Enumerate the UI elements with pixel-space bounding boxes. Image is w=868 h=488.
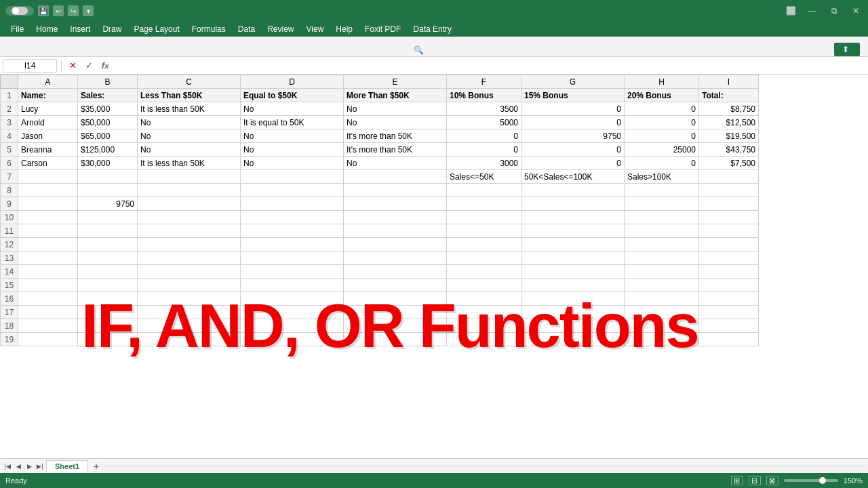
cell-6B[interactable]: $30,000 xyxy=(78,157,138,170)
cell-1A[interactable]: Name: xyxy=(18,89,78,102)
cell-8B[interactable] xyxy=(78,184,138,197)
cell-11E[interactable] xyxy=(344,224,447,238)
cell-15G[interactable] xyxy=(521,279,625,292)
cell-7G[interactable]: 50K<Sales<=100K xyxy=(521,170,625,184)
cell-17H[interactable] xyxy=(625,306,699,319)
cell-13B[interactable] xyxy=(78,251,138,265)
menu-data[interactable]: Data xyxy=(233,23,260,35)
cell-13H[interactable] xyxy=(625,251,699,265)
cell-3B[interactable]: $50,000 xyxy=(78,116,138,129)
cell-14E[interactable] xyxy=(344,265,447,279)
cell-7F[interactable]: Sales<=50K xyxy=(447,170,521,184)
cell-1I[interactable]: Total: xyxy=(699,89,759,102)
menu-file[interactable]: File xyxy=(5,23,29,35)
cell-4A[interactable]: Jason xyxy=(18,129,78,143)
col-header-I[interactable]: I xyxy=(699,75,759,89)
cell-5D[interactable]: No xyxy=(241,143,344,157)
cell-18C[interactable] xyxy=(138,319,241,333)
cell-12E[interactable] xyxy=(344,238,447,251)
cell-19F[interactable] xyxy=(447,333,521,346)
cell-7B[interactable] xyxy=(78,170,138,184)
cell-16I[interactable] xyxy=(699,292,759,306)
cell-3F[interactable]: 5000 xyxy=(447,116,521,129)
cell-reference-input[interactable] xyxy=(3,59,57,73)
col-header-E[interactable]: E xyxy=(344,75,447,89)
cell-13C[interactable] xyxy=(138,251,241,265)
cell-2C[interactable]: It is less than 50K xyxy=(138,102,241,116)
cell-14H[interactable] xyxy=(625,265,699,279)
cell-1C[interactable]: Less Than $50K xyxy=(138,89,241,102)
cell-9C[interactable] xyxy=(138,197,241,211)
cell-17E[interactable] xyxy=(344,306,447,319)
cell-18I[interactable] xyxy=(699,319,759,333)
ribbon-toggle-icon[interactable]: ⬜ xyxy=(784,4,797,18)
cell-8F[interactable] xyxy=(447,184,521,197)
cell-10D[interactable] xyxy=(241,211,344,224)
menu-formulas[interactable]: Formulas xyxy=(186,23,231,35)
cell-18G[interactable] xyxy=(521,319,625,333)
cell-12G[interactable] xyxy=(521,238,625,251)
cell-15I[interactable] xyxy=(699,279,759,292)
cell-2D[interactable]: No xyxy=(241,102,344,116)
sheet-nav-first[interactable]: |◀ xyxy=(3,462,12,471)
cell-3E[interactable]: No xyxy=(344,116,447,129)
cell-16C[interactable] xyxy=(138,292,241,306)
col-header-A[interactable]: A xyxy=(18,75,78,89)
cell-1H[interactable]: 20% Bonus xyxy=(625,89,699,102)
cell-10C[interactable] xyxy=(138,211,241,224)
cell-18E[interactable] xyxy=(344,319,447,333)
formula-input[interactable] xyxy=(115,59,865,73)
cell-13I[interactable] xyxy=(699,251,759,265)
cell-15F[interactable] xyxy=(447,279,521,292)
cell-16G[interactable] xyxy=(521,292,625,306)
cell-9H[interactable] xyxy=(625,197,699,211)
cell-2I[interactable]: $8,750 xyxy=(699,102,759,116)
cell-11D[interactable] xyxy=(241,224,344,238)
share-button[interactable]: ⬆ xyxy=(834,43,860,56)
col-header-H[interactable]: H xyxy=(625,75,699,89)
cell-12C[interactable] xyxy=(138,238,241,251)
cell-1G[interactable]: 15% Bonus xyxy=(521,89,625,102)
cell-5H[interactable]: 25000 xyxy=(625,143,699,157)
page-break-view-button[interactable]: ⊠ xyxy=(766,476,778,485)
cell-16F[interactable] xyxy=(447,292,521,306)
cell-19C[interactable] xyxy=(138,333,241,346)
menu-home[interactable]: Home xyxy=(31,23,63,35)
menu-review[interactable]: Review xyxy=(262,23,299,35)
cell-4I[interactable]: $19,500 xyxy=(699,129,759,143)
cell-1E[interactable]: More Than $50K xyxy=(344,89,447,102)
menu-page-layout[interactable]: Page Layout xyxy=(128,23,184,35)
cell-2G[interactable]: 0 xyxy=(521,102,625,116)
cell-18D[interactable] xyxy=(241,319,344,333)
cell-17G[interactable] xyxy=(521,306,625,319)
menu-foxit[interactable]: Foxit PDF xyxy=(359,23,406,35)
cell-3G[interactable]: 0 xyxy=(521,116,625,129)
menu-data-entry[interactable]: Data Entry xyxy=(408,23,457,35)
menu-help[interactable]: Help xyxy=(330,23,358,35)
cell-6C[interactable]: It is less than 50K xyxy=(138,157,241,170)
cell-7D[interactable] xyxy=(241,170,344,184)
cell-16D[interactable] xyxy=(241,292,344,306)
cell-8D[interactable] xyxy=(241,184,344,197)
cell-7C[interactable] xyxy=(138,170,241,184)
cell-10H[interactable] xyxy=(625,211,699,224)
cell-10I[interactable] xyxy=(699,211,759,224)
cell-4G[interactable]: 9750 xyxy=(521,129,625,143)
cell-16A[interactable] xyxy=(18,292,78,306)
cell-18B[interactable] xyxy=(78,319,138,333)
cell-9F[interactable] xyxy=(447,197,521,211)
cell-4B[interactable]: $65,000 xyxy=(78,129,138,143)
cell-17B[interactable] xyxy=(78,306,138,319)
cell-8A[interactable] xyxy=(18,184,78,197)
cell-11I[interactable] xyxy=(699,224,759,238)
cell-2B[interactable]: $35,000 xyxy=(78,102,138,116)
cell-12F[interactable] xyxy=(447,238,521,251)
cell-15E[interactable] xyxy=(344,279,447,292)
cell-8G[interactable] xyxy=(521,184,625,197)
cell-6I[interactable]: $7,500 xyxy=(699,157,759,170)
cell-18A[interactable] xyxy=(18,319,78,333)
cell-13E[interactable] xyxy=(344,251,447,265)
cell-11B[interactable] xyxy=(78,224,138,238)
cell-16B[interactable] xyxy=(78,292,138,306)
col-header-C[interactable]: C xyxy=(138,75,241,89)
